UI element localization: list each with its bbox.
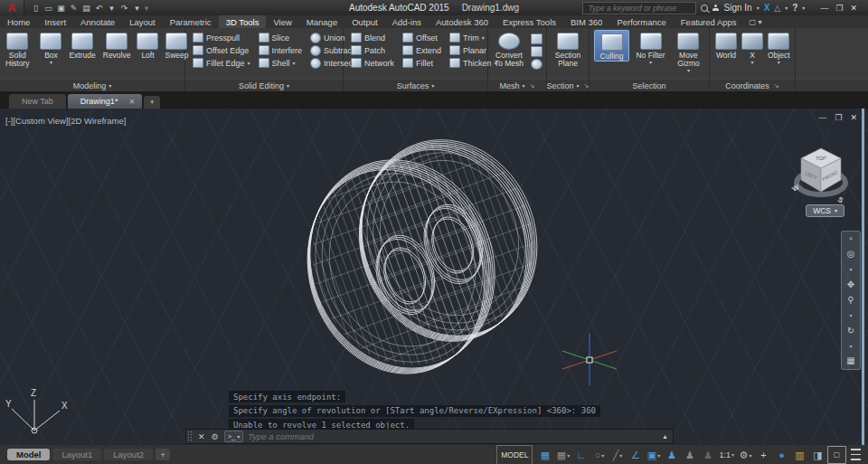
sign-in-button[interactable]: Sign In [723, 3, 751, 13]
minimize-button[interactable]: — [820, 4, 828, 13]
mesh-dialog-launcher-icon[interactable]: ↘ [530, 82, 535, 90]
file-tab-drawing1[interactable]: Drawing1* ✕ [68, 94, 142, 109]
command-palette-customize-icon[interactable]: ⚙ [209, 432, 222, 441]
grid-display-icon[interactable]: ▦ [536, 447, 553, 463]
smooth-less-icon[interactable] [531, 46, 542, 57]
drawing-close-button[interactable]: ✕ [850, 113, 857, 122]
close-button[interactable]: ✕ [850, 4, 857, 13]
customize-menu-icon[interactable] [851, 449, 861, 460]
revolve-button[interactable]: Revolve [101, 30, 133, 60]
redo-icon[interactable]: ↷ [118, 4, 130, 13]
help-icon[interactable]: ? [792, 3, 797, 13]
presspull-button[interactable]: Presspull [193, 33, 250, 43]
save-icon[interactable]: ▣ [55, 4, 67, 13]
tab-parametric[interactable]: Parametric [163, 15, 219, 28]
annotation-scale-person-icon[interactable]: ♟ [699, 447, 716, 463]
plot-status-icon[interactable]: ▥ [791, 447, 808, 463]
tab-add-ins[interactable]: Add-ins [385, 15, 429, 28]
panel-label-mesh[interactable]: Mesh▾↘ [488, 79, 546, 91]
section-plane-button[interactable]: Section Plane [551, 30, 585, 68]
navbar-close-icon[interactable]: ✕ [848, 234, 853, 243]
smooth-more-icon[interactable] [531, 33, 542, 44]
annotation-scale-button[interactable]: 1:1▾ [717, 447, 736, 463]
panel-label-coordinates[interactable]: Coordinates↘ [710, 79, 795, 91]
panel-label-section[interactable]: Section▾↘ [547, 79, 589, 91]
plot-icon[interactable]: ▤ [80, 4, 92, 13]
tab-view[interactable]: View [266, 15, 298, 28]
showmotion-icon[interactable]: ▦ [846, 356, 854, 365]
box-dropdown-icon[interactable]: ▾ [50, 60, 52, 65]
world-ucs-button[interactable]: World [713, 30, 739, 60]
qat-menu-icon[interactable]: ▾ [144, 4, 149, 13]
a360-dropdown-icon[interactable]: ▾ [785, 5, 788, 11]
tab-express-tools[interactable]: Express Tools [495, 15, 563, 28]
surf-offset-button[interactable]: Offset [402, 33, 441, 43]
orbit-tool-icon[interactable]: ↻ [847, 327, 854, 336]
full-navigation-wheel-icon[interactable]: ◎ [847, 250, 855, 259]
drawing-restore-button[interactable]: ❐ [835, 113, 842, 122]
x-ucs-button[interactable]: X ▾ [742, 30, 762, 65]
object-ucs-dropdown-icon[interactable]: ▾ [778, 60, 780, 65]
command-input[interactable] [246, 431, 657, 442]
solid-history-button[interactable]: Solid History [4, 30, 31, 68]
restore-button[interactable]: ❐ [835, 4, 843, 13]
workspace-gear-icon[interactable]: ⚙▾ [737, 447, 754, 463]
undo-dropdown-icon[interactable]: ▾ [106, 5, 118, 11]
exchange-apps-icon[interactable]: X [764, 3, 770, 13]
tab-home[interactable]: Home [0, 15, 37, 28]
object-snap-icon[interactable]: ▣▾ [645, 447, 662, 463]
tab-insert[interactable]: Insert [37, 15, 73, 28]
tab-3d-tools[interactable]: 3D Tools [219, 15, 267, 28]
command-palette-close-icon[interactable]: ✕ [194, 432, 209, 441]
command-prompt-icon[interactable]: >_ ▾ [224, 431, 244, 442]
command-history-expand-icon[interactable]: ▲ [657, 433, 673, 440]
loft-button[interactable]: Loft [136, 30, 159, 60]
tab-layout[interactable]: Layout [122, 15, 163, 28]
sign-in-dropdown-icon[interactable]: ▾ [757, 5, 760, 11]
command-line-palette[interactable]: ✕ ⚙ >_ ▾ ▲ [185, 429, 674, 444]
blend-button[interactable]: Blend [351, 33, 394, 43]
panel-label-modeling[interactable]: Modeling▾ [0, 79, 184, 91]
panel-label-solid-editing[interactable]: Solid Editing▾ [185, 79, 343, 91]
surf-extend-button[interactable]: Extend [402, 45, 441, 55]
isolate-objects-icon[interactable]: ◨ [809, 447, 826, 463]
ribbon-display-toggle-icon[interactable]: ▢ ▾ [744, 15, 768, 28]
network-button[interactable]: Network [351, 58, 394, 68]
file-tab-new[interactable]: New Tab [9, 94, 66, 109]
surf-fillet-button[interactable]: Fillet [402, 58, 441, 68]
polar-tracking-icon[interactable]: ○▾ [590, 447, 608, 463]
tab-output[interactable]: Output [344, 15, 385, 28]
annotation-visibility-icon[interactable]: ♟ [663, 447, 680, 463]
x-ucs-dropdown-icon[interactable]: ▾ [750, 60, 753, 65]
view-cube-top-face[interactable]: TOP [816, 156, 826, 161]
search-input[interactable] [586, 3, 680, 14]
offset-edge-button[interactable]: Offset Edge [193, 45, 250, 55]
panel-label-selection[interactable]: Selection [590, 79, 709, 91]
patch-button[interactable]: Patch [351, 45, 394, 55]
smooth-object-icon[interactable] [531, 59, 542, 70]
tab-bim-360[interactable]: BIM 360 [563, 15, 609, 28]
culling-button[interactable]: Culling [594, 30, 629, 62]
new-drawing-tab-button[interactable]: + [144, 96, 160, 109]
new-layout-button[interactable]: + [156, 449, 170, 460]
search-box[interactable] [582, 2, 696, 14]
box-button[interactable]: Box ▾ [38, 30, 63, 65]
object-snap-tracking-icon[interactable]: ∠ [627, 447, 644, 463]
graphics-performance-icon[interactable]: ● [773, 447, 790, 463]
tab-manage[interactable]: Manage [299, 15, 344, 28]
command-palette-grip[interactable] [187, 431, 193, 442]
annotation-autoscale-icon[interactable]: ♟ [681, 447, 698, 463]
move-gizmo-button[interactable]: Move Gizmo ▾ [672, 30, 705, 73]
convert-to-mesh-button[interactable]: Convert To Mesh [490, 30, 528, 68]
coordinates-dialog-launcher-icon[interactable]: ↘ [774, 82, 779, 90]
isometric-drafting-icon[interactable]: ╱▾ [609, 447, 626, 463]
tab-performance[interactable]: Performance [609, 15, 673, 28]
layout-tab-model[interactable]: Model [7, 449, 50, 460]
autodesk360-icon[interactable]: △ [774, 4, 780, 13]
undo-icon[interactable]: ↶ [93, 4, 105, 13]
layout-tab-layout2[interactable]: Layout2 [104, 449, 153, 460]
help-dropdown-icon[interactable]: ▾ [802, 5, 805, 11]
tab-autodesk-360[interactable]: Autodesk 360 [429, 15, 495, 28]
slice-button[interactable]: Slice [259, 33, 303, 43]
search-icon[interactable] [701, 5, 708, 12]
